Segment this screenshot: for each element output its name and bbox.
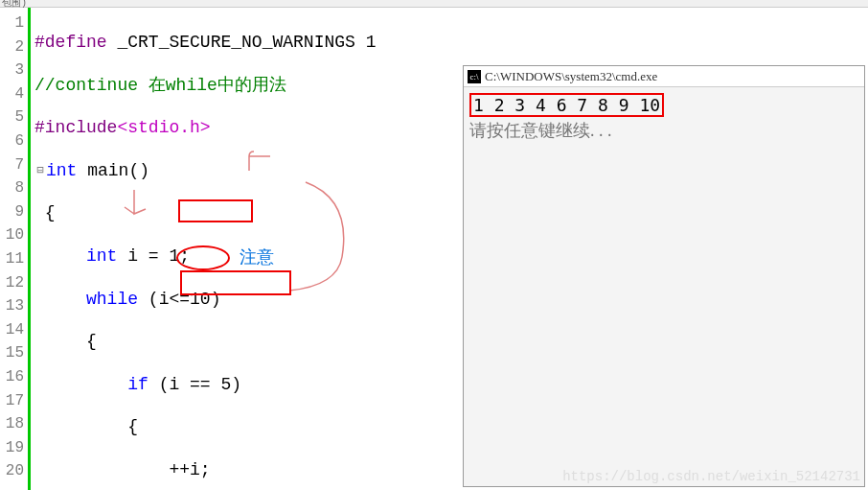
line-number: 18 <box>0 412 28 436</box>
line-number: 17 <box>0 389 28 413</box>
line-number: 6 <box>0 129 28 153</box>
line-number: 3 <box>0 58 28 82</box>
line-number: 12 <box>0 271 28 295</box>
fold-icon[interactable]: ⊟ <box>34 159 46 183</box>
line-gutter: 1 2 3 4 5 6 7 8 9 10 11 12 13 14 15 16 1… <box>0 8 31 490</box>
line-number: 1 <box>0 12 28 35</box>
line-number: 20 <box>0 459 28 483</box>
line-number: 4 <box>0 82 28 106</box>
line-number: 5 <box>0 105 28 129</box>
comment: //continue 在while中的用法 <box>34 76 286 95</box>
watermark: https://blog.csdn.net/weixin_52142731 <box>562 469 860 484</box>
line-number: 11 <box>0 247 28 271</box>
line-number: 14 <box>0 318 28 342</box>
console-title-text: C:\WINDOWS\system32\cmd.exe <box>485 69 657 84</box>
line-number: 19 <box>0 436 28 460</box>
preproc: #include <box>34 118 117 137</box>
line-number: 15 <box>0 341 28 365</box>
line-number: 10 <box>0 223 28 247</box>
line-number: 13 <box>0 294 28 318</box>
line-number: 7 <box>0 153 28 177</box>
preproc: #define <box>34 33 107 52</box>
console-output: 1 2 3 4 6 7 8 9 10 <box>469 93 664 117</box>
line-number: 2 <box>0 35 28 59</box>
console-window[interactable]: c:\ C:\WINDOWS\system32\cmd.exe 1 2 3 4 … <box>463 65 865 487</box>
console-body: 1 2 3 4 6 7 8 9 10 请按任意键继续. . . <box>464 87 864 148</box>
annotation-note: 注意 <box>240 245 274 268</box>
line-number: 9 <box>0 200 28 224</box>
console-prompt: 请按任意键继续. . . <box>469 119 858 142</box>
cmd-icon: c:\ <box>468 70 481 83</box>
line-number: 16 <box>0 365 28 389</box>
line-number: 8 <box>0 176 28 200</box>
console-titlebar[interactable]: c:\ C:\WINDOWS\system32\cmd.exe <box>464 66 864 87</box>
top-bar: 包围) <box>0 0 868 8</box>
